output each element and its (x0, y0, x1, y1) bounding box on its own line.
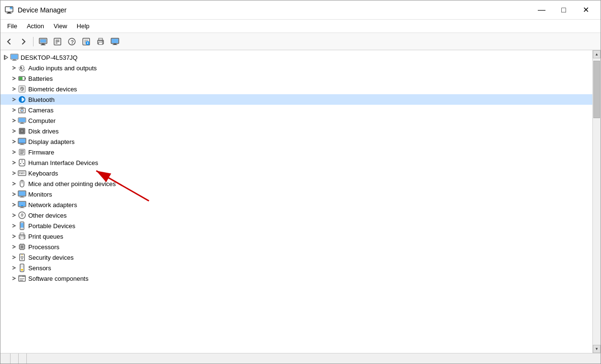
minimize-button[interactable]: — (531, 2, 553, 18)
svg-rect-31 (13, 59, 16, 60)
tree-item-cameras[interactable]: Cameras (0, 105, 592, 115)
print-button[interactable] (94, 35, 107, 48)
tree-item-batteries[interactable]: Batteries (0, 73, 592, 84)
other-expander[interactable] (10, 211, 18, 219)
biometric-expander[interactable] (10, 85, 18, 93)
tree-item-processors[interactable]: Processors (0, 242, 592, 252)
hid-label: Human Interface Devices (28, 159, 98, 166)
tree-root[interactable]: DESKTOP-4L537JQ (0, 52, 592, 63)
tree-item-software[interactable]: Software components (0, 273, 592, 284)
maximize-button[interactable]: □ (553, 2, 575, 18)
tree-item-other[interactable]: ? Other devices (0, 210, 592, 221)
status-segment-1 (2, 353, 11, 364)
device-manager-view-button[interactable] (36, 35, 50, 48)
tree-item-mice[interactable]: Mice and other pointing devices (0, 178, 592, 189)
print-expander[interactable] (10, 232, 18, 240)
bluetooth-icon (18, 95, 26, 104)
toolbar-sep-1 (33, 37, 34, 46)
svg-rect-7 (41, 44, 45, 45)
tree-item-hid[interactable]: Human Interface Devices (0, 157, 592, 168)
tree-item-monitors[interactable]: Monitors (0, 189, 592, 199)
svg-text:?: ? (21, 213, 24, 218)
portable-expander[interactable] (10, 222, 18, 230)
menu-action[interactable]: Action (22, 22, 49, 31)
processors-expander[interactable] (10, 243, 18, 251)
tree-item-network[interactable]: Network adapters (0, 199, 592, 210)
update-driver-button[interactable] (79, 35, 93, 48)
portable-icon (18, 221, 26, 230)
cameras-expander[interactable] (10, 106, 18, 114)
network-label: Network adapters (28, 201, 77, 209)
battery-icon (18, 74, 26, 83)
print-label: Print queues (28, 233, 63, 240)
audio-expander[interactable] (10, 64, 18, 72)
svg-rect-27 (113, 44, 116, 44)
menu-file[interactable]: File (2, 22, 22, 31)
monitor-button[interactable] (108, 35, 122, 48)
svg-rect-111 (22, 258, 23, 260)
scroll-up-button[interactable]: ▲ (593, 50, 601, 58)
other-icon: ? (18, 211, 26, 220)
bluetooth-expander[interactable] (10, 96, 18, 103)
network-icon (18, 200, 26, 209)
hid-icon (18, 158, 26, 167)
scroll-down-button[interactable]: ▼ (593, 345, 601, 353)
forward-button[interactable] (17, 35, 30, 48)
tree-item-security[interactable]: Security devices (0, 252, 592, 263)
hid-expander[interactable] (10, 159, 18, 166)
svg-rect-6 (42, 44, 45, 44)
svg-point-90 (22, 228, 23, 229)
bluetooth-label: Bluetooth (28, 96, 55, 103)
tree-item-keyboards[interactable]: Keyboards (0, 168, 592, 178)
close-button[interactable]: ✕ (575, 2, 597, 18)
back-button[interactable] (2, 35, 16, 48)
keyboards-expander[interactable] (10, 169, 18, 177)
firmware-icon (18, 148, 26, 156)
tree-item-portable[interactable]: Portable Devices (0, 221, 592, 231)
mice-expander[interactable] (10, 180, 18, 188)
tree-item-disk[interactable]: Disk drives (0, 126, 592, 136)
tree-item-biometric[interactable]: Biometric devices (0, 84, 592, 94)
vertical-scrollbar[interactable]: ▲ ▼ (592, 50, 601, 353)
monitors-label: Monitors (28, 191, 52, 198)
scroll-thumb[interactable] (593, 61, 600, 118)
security-expander[interactable] (10, 254, 18, 261)
network-expander[interactable] (10, 201, 18, 209)
firmware-expander[interactable] (10, 148, 18, 156)
computer-expander[interactable] (10, 117, 18, 124)
tree-panel[interactable]: DESKTOP-4L537JQ Audio inputs and out (0, 50, 592, 353)
software-expander[interactable] (10, 275, 18, 282)
svg-point-64 (23, 163, 24, 164)
tree-item-audio[interactable]: Audio inputs and outputs (0, 63, 592, 73)
tree-item-firmware[interactable]: Firmware (0, 147, 592, 157)
properties-button[interactable] (51, 35, 64, 48)
tree-item-computer[interactable]: Computer (0, 115, 592, 126)
root-expander[interactable] (2, 54, 10, 61)
tree-item-display[interactable]: Display adapters (0, 136, 592, 147)
disk-expander[interactable] (10, 127, 18, 135)
svg-rect-58 (20, 150, 24, 151)
svg-rect-59 (20, 152, 24, 153)
sensors-expander[interactable] (10, 264, 18, 272)
window-controls: — □ ✕ (531, 2, 597, 18)
help-button[interactable]: ? (65, 35, 79, 48)
status-segment-2 (11, 353, 19, 364)
batteries-expander[interactable] (10, 75, 18, 82)
svg-rect-46 (21, 122, 23, 123)
tree-item-print[interactable]: Print queues (0, 231, 592, 242)
tree-item-sensors[interactable]: Sensors (0, 263, 592, 273)
display-icon (18, 137, 26, 146)
svg-rect-28 (113, 44, 117, 45)
camera-icon (18, 106, 26, 114)
scroll-track[interactable] (593, 58, 601, 345)
svg-text:?: ? (71, 39, 74, 44)
svg-rect-71 (21, 173, 23, 174)
monitors-expander[interactable] (10, 190, 18, 198)
display-expander[interactable] (10, 138, 18, 145)
menu-help[interactable]: Help (72, 22, 94, 31)
svg-point-43 (22, 110, 23, 111)
svg-rect-8 (40, 39, 46, 43)
menu-view[interactable]: View (49, 22, 72, 31)
svg-rect-122 (20, 280, 23, 281)
tree-item-bluetooth[interactable]: Bluetooth (0, 94, 592, 105)
